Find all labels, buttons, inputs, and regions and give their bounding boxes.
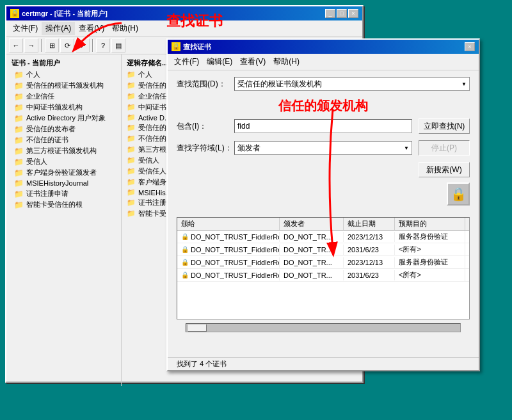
right-folder-tp2: 📁 (127, 167, 136, 175)
show-hide-console[interactable]: ⊞ (45, 38, 59, 52)
result-cell-expiry-3: 2031/6/23 (344, 270, 395, 280)
combo-arrow-field: ▼ (404, 145, 409, 151)
menu-view[interactable]: 查看(V) (75, 22, 108, 35)
right-folder-trusted-people: 📁 (127, 156, 136, 165)
menu-file[interactable]: 文件(F) (9, 22, 42, 35)
app-icon: 🔒 (10, 9, 19, 18)
right-folder-enterprise: 📁 (127, 92, 136, 101)
find-menu-view[interactable]: 查看(V) (236, 55, 269, 69)
maximize-button[interactable]: □ (337, 9, 347, 18)
back-button[interactable]: ← (9, 38, 23, 52)
right-folder-personal: 📁 (127, 70, 136, 79)
right-folder-smartcard: 📁 (127, 209, 136, 218)
search-scope-label: 查找范围(D)： (177, 79, 234, 90)
status-bar: 找到了 4 个证书 (168, 357, 479, 370)
tree-item-client-auth[interactable]: 📁 客户端身份验证颁发者 (6, 167, 121, 178)
result-cell-purpose-1: <所有> (395, 243, 465, 255)
contains-input[interactable] (234, 119, 412, 133)
find-field-value: 颁发者 (237, 143, 260, 154)
folder-icon-active-directory: 📁 (14, 114, 24, 123)
tree-item-enrollment[interactable]: 📁 证书注册申请 (6, 188, 121, 199)
col-issued-to: 颁给 (177, 218, 280, 230)
folder-icon-smartcard: 📁 (14, 200, 24, 209)
tree-item-smartcard[interactable]: 📁 智能卡受信任的根 (6, 199, 121, 210)
result-cell-issued-to-3: 🔒 DO_NOT_TRUST_FiddlerRoot (177, 270, 280, 280)
main-annotation-text: 查找证书 (166, 12, 223, 31)
result-cell-issued-to-2: 🔒 DO_NOT_TRUST_FiddlerRoot (177, 257, 280, 268)
extra-button[interactable]: ▤ (111, 38, 125, 52)
result-cell-expiry-2: 2023/12/13 (344, 257, 395, 268)
find-dialog-title: 查找证书 (183, 42, 211, 52)
search-scope-value: 受信任的根证书颁发机构 (237, 79, 322, 90)
folder-icon-trusted-people: 📁 (14, 158, 24, 166)
tree-item-trusted-people[interactable]: 📁 受信人 (6, 156, 121, 167)
find-dialog-menubar: 文件(F) 编辑(E) 查看(V) 帮助(H) (168, 54, 479, 70)
right-folder-trusted: 📁 (127, 81, 136, 90)
titlebar-controls: _ □ × (325, 9, 358, 18)
results-scrollbar[interactable] (177, 322, 470, 334)
tree-item-untrusted[interactable]: 📁 不信任的证书 (6, 134, 121, 145)
result-cell-expiry-1: 2031/6/23 (344, 245, 395, 255)
right-folder-third-party: 📁 (127, 145, 136, 154)
find-menu-file[interactable]: 文件(F) (170, 55, 203, 69)
find-dialog-content: 查找范围(D)： 受信任的根证书颁发机构 ▼ 信任的颁发机构 包含(I)： 立即… (168, 70, 479, 214)
tree-item-active-directory[interactable]: 📁 Active Directory 用户对象 (6, 113, 121, 124)
menu-action[interactable]: 操作(A) (42, 22, 75, 35)
menu-help[interactable]: 帮助(H) (108, 22, 142, 35)
result-cell-issued-by-0: DO_NOT_TR... (280, 232, 344, 242)
result-cell-expiry-0: 2023/12/13 (344, 232, 395, 242)
export-button[interactable]: ↗ (76, 38, 90, 52)
folder-icon-client-auth: 📁 (14, 168, 24, 177)
results-header: 颁给 颁发者 截止日期 预期目的 (177, 218, 469, 230)
result-cell-issued-by-3: DO_NOT_TR... (280, 270, 344, 280)
status-text: 找到了 4 个证书 (177, 360, 227, 368)
find-dialog-titlebar-left: 🔒 查找证书 (172, 42, 211, 52)
combo-arrow-scope: ▼ (461, 81, 467, 87)
folder-icon-trusted-root: 📁 (14, 81, 24, 90)
result-row-2[interactable]: 🔒 DO_NOT_TRUST_FiddlerRoot DO_NOT_TR... … (177, 256, 469, 269)
minimize-button[interactable]: _ (325, 9, 335, 18)
dialog-annotation-text: 信任的颁发机构 (177, 97, 470, 115)
find-menu-help[interactable]: 帮助(H) (269, 55, 303, 69)
folder-icon-untrusted: 📁 (14, 136, 24, 145)
new-search-button[interactable]: 新搜索(W) (419, 162, 470, 177)
tree-item-enterprise[interactable]: 📁 企业信任 (6, 91, 121, 102)
scrollbar-thumb[interactable] (188, 324, 207, 332)
tree-item-third-party[interactable]: 📁 第三方根证书颁发机构 (6, 145, 121, 156)
tree-item-trusted-publishers[interactable]: 📁 受信任的发布者 (6, 124, 121, 134)
scrollbar-track[interactable] (186, 323, 461, 332)
close-button[interactable]: × (348, 9, 358, 18)
right-folder-msie: 📁 (127, 188, 136, 197)
col-issued-by: 颁发者 (280, 218, 344, 230)
search-scope-combo[interactable]: 受信任的根证书颁发机构 ▼ (234, 77, 470, 91)
result-cell-issued-by-2: DO_NOT_TR... (280, 257, 344, 268)
refresh-button[interactable]: ⟳ (60, 38, 74, 52)
folder-icon-enrollment: 📁 (14, 190, 24, 198)
tree-item-personal[interactable]: 📁 个人 (6, 69, 121, 80)
right-folder-client-auth: 📁 (127, 178, 136, 186)
tree-item-msie[interactable]: 📁 MSIEHistoryJournal (6, 178, 121, 188)
result-row-1[interactable]: 🔒 DO_NOT_TRUST_FiddlerRoot DO_NOT_TR... … (177, 243, 469, 256)
find-dialog-controls: × (465, 42, 475, 51)
right-folder-trusted-pub: 📁 (127, 124, 136, 132)
tree-item-trusted-root[interactable]: 📁 受信任的根证书颁发机构 (6, 80, 121, 91)
folder-icon-msie: 📁 (14, 179, 24, 188)
find-field-label: 查找字符域(L)： (177, 143, 234, 154)
find-dialog-close[interactable]: × (465, 42, 475, 51)
help-button[interactable]: ? (96, 38, 110, 52)
toolbar-separator-1 (41, 39, 42, 52)
find-menu-edit[interactable]: 编辑(E) (203, 55, 236, 69)
result-cell-purpose-0: 服务器身份验证 (395, 230, 465, 243)
contains-row: 包含(I)： 立即查找(N) (177, 118, 470, 134)
find-now-button[interactable]: 立即查找(N) (419, 118, 470, 134)
forward-button[interactable]: → (24, 38, 38, 52)
right-folder-enrollment: 📁 (127, 198, 136, 207)
tree-item-intermediate[interactable]: 📁 中间证书颁发机构 (6, 102, 121, 113)
folder-icon-intermediate: 📁 (14, 103, 24, 112)
result-cell-issued-to-0: 🔒 DO_NOT_TRUST_FiddlerRoot (177, 232, 280, 242)
find-dialog-titlebar: 🔒 查找证书 × (168, 40, 479, 54)
stop-button[interactable]: 停止(P) (419, 140, 470, 156)
find-field-combo[interactable]: 颁发者 ▼ (234, 141, 412, 155)
result-row-3[interactable]: 🔒 DO_NOT_TRUST_FiddlerRoot DO_NOT_TR... … (177, 269, 469, 282)
result-row-0[interactable]: 🔒 DO_NOT_TRUST_FiddlerRoot DO_NOT_TR... … (177, 230, 469, 243)
